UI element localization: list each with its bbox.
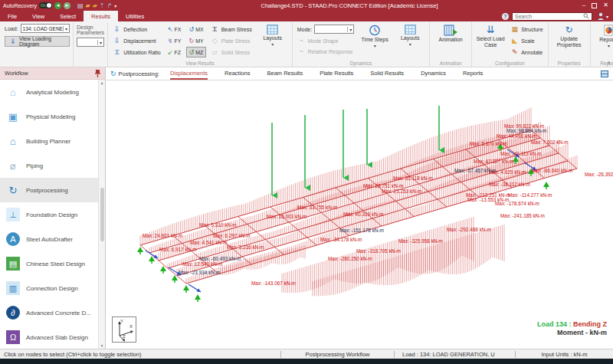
mz-button[interactable]: ↺MZ	[186, 47, 205, 57]
view-results-displacement-button[interactable]: ⇩Displacement	[111, 35, 162, 46]
time-steps-button[interactable]: Time Steps ▾	[359, 24, 391, 48]
configuration-annotate-button[interactable]: ✎Annotate	[509, 47, 544, 57]
minimize-button[interactable]: –	[582, 2, 585, 9]
dynamics-relative-response-button: ~Relative Response	[296, 46, 356, 57]
fy-button[interactable]: ↯FY	[166, 35, 184, 46]
moment-annotation: Max: -60.493 kN-m	[199, 256, 241, 261]
menu-tab-utilities[interactable]: Utilities	[118, 11, 152, 21]
view-results-beam-stress-button[interactable]: ꞮBeam Stress	[209, 24, 254, 34]
tab-reports[interactable]: Reports	[463, 68, 483, 80]
advanced-slab-design-icon: Ω	[6, 330, 20, 344]
axis-triad: Y X Z	[112, 316, 136, 343]
configuration-group: ⇊ Select Load Case ▦Structure◣Scale✎Anno…	[472, 22, 548, 67]
restore-button[interactable]	[592, 3, 597, 8]
tab-beam-results[interactable]: Beam Results	[267, 68, 303, 80]
open-folder-icon[interactable]: ▰	[86, 2, 90, 9]
user-caret-icon[interactable]: ▾	[606, 14, 608, 19]
configuration-scale-button[interactable]: ◣Scale	[509, 35, 544, 46]
update-properties-button[interactable]: ↻ Update Properties	[552, 24, 587, 48]
design-parameters-caret-icon[interactable]: ▾	[97, 40, 102, 45]
tab-reactions[interactable]: Reactions	[225, 68, 250, 80]
menu-tab-select[interactable]: Select	[52, 11, 84, 21]
sidebar-item-chinese-steel-design[interactable]: ▤Chinese Steel Design	[0, 251, 105, 276]
mx-button[interactable]: ↺MX	[186, 24, 205, 34]
help-icon[interactable]: ?	[502, 13, 509, 20]
sidebar-item-analytical-modeling[interactable]: ⌂Analytical Modeling	[0, 80, 105, 104]
share-icon[interactable]: ↱	[107, 2, 113, 9]
sidebar-item-steel-autodrafter[interactable]: ASteel AutoDrafter	[0, 227, 105, 251]
sidebar-item-advanced-slab-design[interactable]: ΩAdvanced Slab Design	[0, 325, 105, 349]
menu-tab-results[interactable]: Results	[84, 11, 118, 21]
postprocessing-icon: ↻	[110, 70, 116, 77]
configuration-label: Configuration	[472, 61, 547, 66]
sidebar-item-advanced-concrete-design[interactable]: ∂Advanced Concrete D...	[0, 300, 105, 325]
load-combo-caret-icon[interactable]: ▾	[63, 26, 67, 31]
workflow-title: Workflow	[5, 70, 28, 77]
axis-x-label: X	[129, 324, 133, 329]
undo-icon[interactable]: ◄	[54, 2, 61, 9]
view-results-deflection-button[interactable]: ⇩Deflection	[111, 24, 162, 34]
mode-label: Mode:	[297, 27, 312, 32]
upload-icon[interactable]: ⇡	[100, 2, 105, 9]
layouts-button[interactable]: Layouts ▾	[257, 24, 289, 47]
view-results-utilization-ratio-button[interactable]: ꞮUtilization Ratio	[111, 47, 162, 57]
sidebar-item-foundation-design[interactable]: ⊥Foundation Design	[0, 202, 105, 227]
view-loading-diagram-button[interactable]: ⇓ View Loading Diagram	[5, 36, 70, 47]
tab-solid-results[interactable]: Solid Results	[370, 68, 404, 80]
status-workflow: Postprocessing Workflow	[280, 351, 394, 358]
time-steps-caret-icon[interactable]: ▾	[374, 44, 376, 49]
dynamics-layouts-caret-icon[interactable]: ▾	[409, 42, 411, 48]
mode-caret-icon[interactable]: ▾	[347, 27, 352, 32]
my-icon: ↻	[188, 38, 194, 44]
bending-moment-diagram[interactable]: Max: 5.810 kN-mMax: 24.601 kN-mMax: 6.91…	[106, 80, 613, 349]
ribbon-collapse-icon[interactable]: ∧	[607, 60, 611, 66]
reports-button[interactable]: Reports ▾	[594, 24, 613, 48]
tab-plate-results[interactable]: Plate Results	[320, 68, 353, 80]
search-icon	[583, 13, 589, 19]
structure-icon: ▦	[510, 25, 519, 33]
menu-tab-file[interactable]: File	[0, 11, 25, 21]
model-view[interactable]: Max: 5.810 kN-mMax: 24.601 kN-mMax: 6.91…	[106, 80, 613, 349]
folder-icon[interactable]: ▰	[93, 2, 97, 9]
sidebar-item-building-planner[interactable]: ⌂Building Planner	[0, 129, 105, 153]
pin-icon[interactable]	[95, 70, 100, 77]
sidebar-item-postprocessing[interactable]: ↻Postprocessing	[0, 178, 105, 202]
design-parameters-combobox[interactable]: ▾	[77, 38, 104, 47]
legend-type: Bending Z	[572, 320, 608, 328]
sidebar-item-connection-design[interactable]: ▥Connection Design	[0, 276, 105, 300]
tab-dynamics[interactable]: Dynamics	[421, 68, 446, 80]
search-box[interactable]	[512, 12, 592, 21]
qat-caret-icon[interactable]: ▾	[114, 3, 116, 8]
layouts-caret-icon[interactable]: ▾	[271, 42, 274, 48]
select-load-case-button[interactable]: ⇊ Select Load Case	[475, 24, 506, 48]
animation-button[interactable]: Animation	[433, 24, 468, 43]
window-layout-icon[interactable]	[601, 71, 608, 77]
close-button[interactable]: ✕	[603, 2, 608, 9]
fz-button[interactable]: ↙FZ	[166, 47, 184, 57]
sidebar-scrollbar[interactable]: ▲ ▼	[98, 80, 105, 349]
tab-displacements[interactable]: Displacements	[170, 68, 208, 80]
scroll-up-icon[interactable]: ▲	[100, 80, 104, 85]
sidebar-item-label: Steel AutoDrafter	[26, 236, 73, 243]
save-icon[interactable]: ▤	[77, 2, 84, 9]
scrollbar-thumb[interactable]	[100, 188, 104, 241]
history-caret-icon[interactable]: ▾	[73, 3, 75, 8]
sidebar-item-physical-modeling[interactable]: ▣Physical Modeling	[0, 104, 105, 129]
view-results-label: View Results	[108, 61, 292, 66]
user-icon[interactable]	[597, 12, 605, 20]
menu-tab-view[interactable]: View	[25, 11, 52, 21]
autorecovery-toggle[interactable]: On	[39, 2, 52, 8]
scroll-down-icon[interactable]: ▼	[100, 343, 104, 348]
reports-caret-icon[interactable]: ▾	[608, 44, 610, 49]
search-input[interactable]	[515, 14, 583, 19]
axis-y-label: Y	[120, 319, 123, 323]
configuration-structure-button[interactable]: ▦Structure	[509, 24, 544, 34]
moment-annotation: Max: -38.112 kN-m	[489, 182, 530, 187]
load-case-combobox[interactable]: 134: LOAD GENE ▾	[21, 24, 70, 33]
redo-icon[interactable]: ►	[64, 2, 70, 9]
my-button[interactable]: ↻MY	[186, 35, 205, 46]
mode-combobox[interactable]: ▾	[314, 25, 354, 34]
fx-button[interactable]: ↖FX	[166, 24, 184, 34]
sidebar-item-piping[interactable]: ⌀Piping	[0, 153, 105, 178]
dynamics-layouts-button[interactable]: Layouts ▾	[394, 24, 426, 47]
